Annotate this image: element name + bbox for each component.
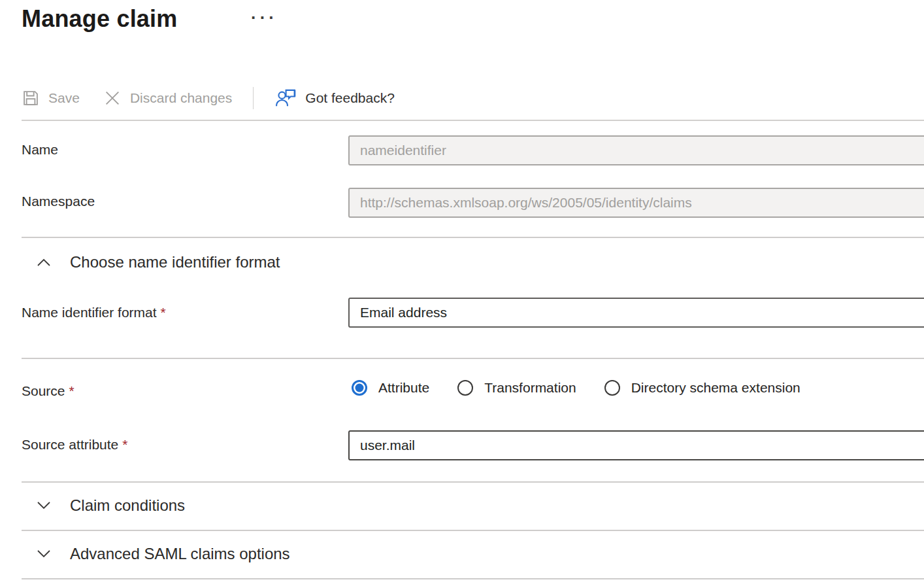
- save-label: Save: [48, 90, 80, 106]
- discard-changes-label: Discard changes: [130, 90, 232, 106]
- toolbar-divider: [22, 120, 924, 121]
- name-identifier-format-dropdown[interactable]: Email address: [348, 298, 924, 328]
- required-asterisk: *: [122, 437, 127, 452]
- feedback-person-icon: [274, 87, 297, 109]
- got-feedback-button[interactable]: Got feedback?: [274, 87, 395, 109]
- section-divider: [22, 530, 924, 531]
- section-advanced-saml-claims-options[interactable]: Advanced SAML claims options: [37, 545, 290, 563]
- radio-directory-schema-extension[interactable]: Directory schema extension: [604, 380, 800, 396]
- chevron-down-icon: [37, 549, 51, 559]
- section-choose-name-identifier-format[interactable]: Choose name identifier format: [37, 253, 280, 271]
- source-radio-group: Attribute Transformation Directory schem…: [352, 373, 800, 403]
- section-title: Claim conditions: [70, 496, 185, 515]
- radio-button-icon: [352, 380, 367, 396]
- manage-claim-page: Manage claim ··· Save Discard changes: [0, 0, 924, 586]
- name-identifier-format-label: Name identifier format*: [22, 305, 166, 320]
- radio-button-icon: [457, 380, 473, 396]
- chevron-down-icon: [37, 501, 51, 510]
- command-bar: Save Discard changes Got feedback?: [22, 84, 395, 112]
- section-title: Choose name identifier format: [70, 253, 280, 271]
- page-title: Manage claim: [22, 5, 178, 33]
- discard-changes-button[interactable]: Discard changes: [103, 89, 232, 107]
- name-identifier-format-value: Email address: [360, 305, 447, 320]
- save-button[interactable]: Save: [22, 89, 80, 107]
- more-options-ellipsis-icon[interactable]: ···: [251, 8, 278, 28]
- toolbar-separator: [253, 87, 254, 109]
- got-feedback-label: Got feedback?: [305, 90, 395, 106]
- source-attribute-label: Source attribute*: [22, 437, 127, 453]
- section-divider: [22, 481, 924, 483]
- radio-attribute[interactable]: Attribute: [352, 380, 429, 396]
- section-claim-conditions[interactable]: Claim conditions: [37, 496, 185, 515]
- source-attribute-input[interactable]: [348, 430, 924, 460]
- source-label: Source*: [22, 383, 74, 399]
- section-divider: [22, 578, 924, 579]
- section-divider: [22, 237, 924, 238]
- required-asterisk: *: [161, 305, 166, 320]
- name-label: Name: [22, 142, 58, 158]
- radio-transformation[interactable]: Transformation: [457, 380, 576, 396]
- section-title: Advanced SAML claims options: [70, 545, 290, 563]
- namespace-input: [348, 188, 924, 218]
- close-icon: [103, 89, 122, 107]
- required-asterisk: *: [69, 383, 74, 398]
- name-input: [348, 135, 924, 165]
- chevron-up-icon: [37, 258, 51, 267]
- section-divider: [22, 358, 924, 359]
- radio-button-icon: [604, 380, 620, 396]
- save-icon: [22, 89, 40, 107]
- namespace-label: Namespace: [22, 194, 95, 209]
